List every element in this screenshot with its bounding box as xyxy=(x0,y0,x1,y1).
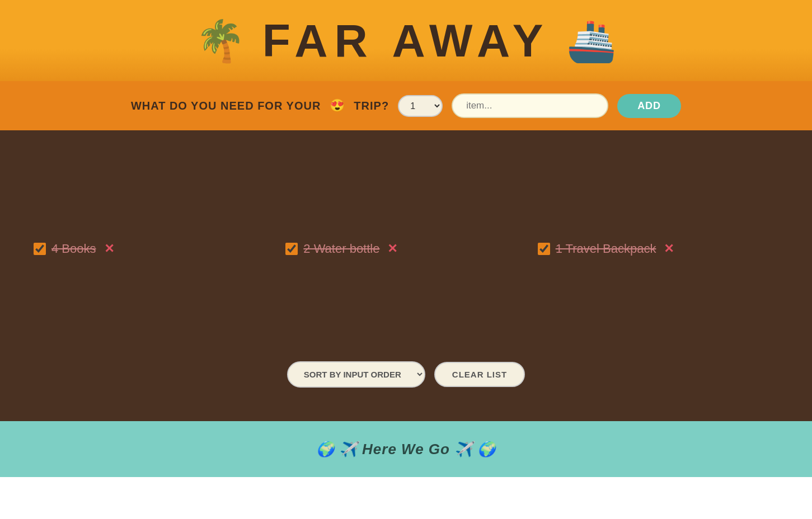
list-item: 2 Water bottle✕ xyxy=(285,147,526,350)
ship-icon: 🚢 xyxy=(566,21,617,61)
footer: 🌍 ✈️ Here We Go ✈️ 🌍 xyxy=(0,421,812,477)
item-text: 4 Books xyxy=(51,242,96,256)
item-checkbox[interactable] xyxy=(285,243,298,255)
app-title: FAR AWAY xyxy=(257,15,556,67)
quantity-select[interactable]: 12345678910 xyxy=(398,95,443,117)
add-button[interactable]: ADD xyxy=(617,94,681,118)
item-text: 1 Travel Backpack xyxy=(556,242,656,256)
plane-icon-1: ✈️ xyxy=(339,441,358,457)
item-checkbox[interactable] xyxy=(34,243,46,255)
input-label-text: WHAT DO YOU NEED FOR YOUR xyxy=(131,100,321,112)
header: 🌴 FAR AWAY 🚢 xyxy=(0,0,812,81)
sort-select[interactable]: SORT BY INPUT ORDERSORT BY NAMESORT BY Q… xyxy=(287,361,425,388)
plane-icon-2: ✈️ xyxy=(454,441,473,457)
list-item: 1 Travel Backpack✕ xyxy=(538,147,778,350)
delete-item-button[interactable]: ✕ xyxy=(387,242,397,256)
item-checkbox[interactable] xyxy=(538,243,550,255)
main-content: 4 Books✕2 Water bottle✕1 Travel Backpack… xyxy=(0,130,812,421)
globe-icon-1: 🌍 xyxy=(316,441,335,457)
item-input[interactable] xyxy=(452,93,608,118)
footer-slogan: Here We Go xyxy=(362,441,450,457)
delete-item-button[interactable]: ✕ xyxy=(664,242,674,256)
palm-icon: 🌴 xyxy=(195,21,246,61)
list-item: 4 Books✕ xyxy=(34,147,274,350)
bottom-controls: SORT BY INPUT ORDERSORT BY NAMESORT BY Q… xyxy=(34,350,778,404)
item-text: 2 Water bottle xyxy=(303,242,379,256)
footer-text: 🌍 ✈️ Here We Go ✈️ 🌍 xyxy=(316,441,496,458)
input-bar: WHAT DO YOU NEED FOR YOUR 😍 TRIP? 123456… xyxy=(0,81,812,130)
face-emoji: 😍 xyxy=(330,98,345,113)
delete-item-button[interactable]: ✕ xyxy=(104,242,114,256)
items-grid: 4 Books✕2 Water bottle✕1 Travel Backpack… xyxy=(34,147,778,350)
clear-list-button[interactable]: CLEAR LIST xyxy=(434,362,525,387)
input-label-suffix: TRIP? xyxy=(354,100,389,112)
globe-icon-2: 🌍 xyxy=(477,441,496,457)
